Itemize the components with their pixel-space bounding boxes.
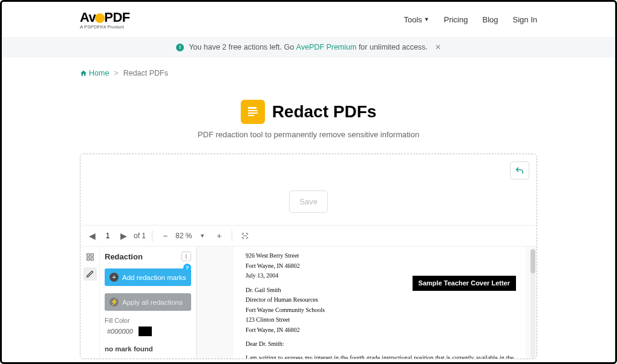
doc-to-addr2: Fort Wayne, IN 46802: [246, 326, 514, 334]
add-redaction-marks-button[interactable]: + Add redaction marks: [105, 268, 191, 286]
undo-button[interactable]: [510, 161, 529, 180]
svg-rect-3: [91, 258, 93, 260]
prev-page-button[interactable]: ◀: [85, 229, 99, 242]
breadcrumb-current: Redact PDFs: [123, 69, 168, 77]
no-mark-found-label: no mark found: [105, 345, 191, 353]
info-icon: !: [176, 44, 184, 51]
nav-pricing[interactable]: Pricing: [444, 15, 468, 24]
logo-subtitle: A PSPDFKit Product: [80, 24, 130, 30]
fill-color-label: Fill Color: [105, 317, 191, 324]
home-icon: [80, 70, 87, 77]
breadcrumb: Home > Redact PDFs: [2, 57, 615, 82]
svg-rect-1: [91, 254, 93, 256]
logo-icon: [95, 13, 105, 23]
premium-link[interactable]: AvePDF Premium: [296, 43, 357, 51]
tools-icon[interactable]: [238, 229, 252, 242]
zoom-dropdown[interactable]: ▼: [195, 229, 209, 242]
svg-rect-2: [87, 258, 89, 260]
save-button[interactable]: Save: [289, 190, 328, 213]
scrollbar[interactable]: [530, 249, 535, 358]
logo-suffix: PDF: [104, 10, 130, 25]
collapse-panel-button[interactable]: ⟨: [181, 252, 191, 261]
view-rail: [80, 247, 100, 359]
svg-rect-0: [87, 254, 89, 256]
pdf-toolbar: ◀ ▶ of 1 − 82 % ▼ +: [80, 225, 537, 247]
logo[interactable]: Av PDF A PSPDFKit Product: [80, 10, 130, 30]
redaction-view-button[interactable]: [83, 267, 97, 281]
zoom-out-button[interactable]: −: [158, 229, 172, 242]
lightning-icon: ⚡: [109, 297, 119, 307]
page-subtitle: PDF redaction tool to permanently remove…: [2, 130, 615, 139]
doc-overlay-title: Sample Teacher Cover Letter: [413, 276, 516, 291]
panel-title: Redaction: [105, 252, 143, 261]
doc-to-org: Fort Wayne Community Schools: [246, 306, 514, 314]
redact-icon: [241, 100, 265, 124]
next-page-button[interactable]: ▶: [117, 229, 130, 242]
doc-para1: I am writing to express my interest in t…: [246, 354, 514, 360]
tool-panel: Save ◀ ▶ of 1 − 82 % ▼ +: [80, 154, 537, 359]
editor: Redaction ⟨ ? + Add redaction marks ⚡ Ap…: [80, 247, 537, 359]
banner-text: You have 2 free actions left. Go AvePDF …: [189, 43, 428, 51]
nav-tools[interactable]: Tools ▼: [403, 15, 429, 24]
doc-salutation: Dear Dr. Smith:: [246, 340, 514, 348]
page-of-label: of 1: [134, 232, 146, 240]
redaction-panel: Redaction ⟨ ? + Add redaction marks ⚡ Ap…: [100, 247, 197, 359]
fill-color-input[interactable]: [105, 326, 139, 337]
close-icon[interactable]: ✕: [435, 43, 441, 51]
doc-to-addr1: 123 Clinton Street: [246, 316, 514, 324]
undo-icon: [514, 165, 525, 176]
page-title: Redact PDFs: [272, 102, 377, 122]
nav-signin[interactable]: Sign In: [513, 15, 537, 24]
nav-blog[interactable]: Blog: [482, 15, 498, 24]
thumbnails-view-button[interactable]: [83, 250, 97, 264]
apply-all-redactions-button[interactable]: ⚡ Apply all redactions: [105, 293, 191, 311]
plus-icon: +: [109, 273, 119, 282]
document-view[interactable]: 926 West Berry Street Fort Wayne, IN 468…: [197, 247, 537, 359]
breadcrumb-home[interactable]: Home: [80, 69, 109, 77]
top-nav: Tools ▼ Pricing Blog Sign In: [403, 15, 537, 24]
chevron-down-icon: ▼: [424, 16, 429, 22]
scrollbar-thumb[interactable]: [530, 249, 535, 273]
doc-addr2: Fort Wayne, IN 46802: [246, 262, 514, 270]
zoom-in-button[interactable]: +: [212, 229, 226, 242]
color-swatch[interactable]: [139, 327, 152, 336]
hero: Redact PDFs PDF redaction tool to perman…: [2, 100, 615, 139]
zoom-level: 82 %: [175, 232, 192, 240]
document-page: 926 West Berry Street Fort Wayne, IN 468…: [233, 247, 526, 359]
nav-tools-label: Tools: [403, 15, 422, 24]
breadcrumb-sep: >: [114, 69, 118, 77]
doc-addr1: 926 West Berry Street: [246, 252, 514, 260]
logo-prefix: Av: [80, 10, 96, 25]
page-number-input[interactable]: [102, 232, 113, 240]
premium-banner: ! You have 2 free actions left. Go AvePD…: [2, 37, 615, 57]
help-icon[interactable]: ?: [183, 264, 191, 271]
header: Av PDF A PSPDFKit Product Tools ▼ Pricin…: [2, 2, 615, 37]
doc-to-title: Director of Human Resources: [246, 296, 514, 304]
